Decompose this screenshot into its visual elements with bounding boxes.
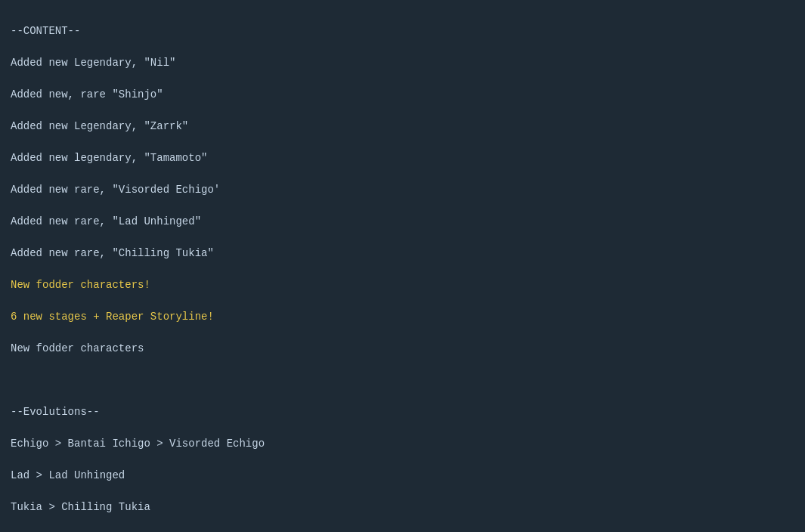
section-evolutions-header: --Evolutions-- (11, 406, 100, 418)
characters-label-2: characters (80, 342, 144, 354)
line-shinjo: Added new, rare "Shinjo" (11, 88, 163, 101)
line-zarrk: Added new Legendary, "Zarrk" (11, 120, 188, 132)
line-echigo-evo: Echigo > Bantai Ichigo > Visorded Echigo (11, 438, 265, 450)
line-nil: Added new Legendary, "Nil" (11, 57, 175, 69)
section-content-header: --CONTENT-- (11, 25, 80, 37)
line-new-fodder-1: New fodder characters! (11, 279, 150, 291)
line-stages: 6 new stages + Reaper Storyline! (11, 311, 214, 323)
changelog-content: --CONTENT-- Added new Legendary, "Nil" A… (11, 8, 794, 532)
line-tamamoto: Added new legendary, "Tamamoto" (11, 152, 207, 164)
lad-unhinged-label: Lad Unhinged (48, 469, 125, 481)
line-new-fodder-2: New fodder characters (11, 342, 144, 354)
characters-label: characters (80, 279, 144, 291)
line-chilling-tukia: Added new rare, "Chilling Tukia" (11, 247, 214, 259)
line-lad-unhinged: Added new rare, "Lad Unhinged" (11, 215, 201, 227)
line-visorded: Added new rare, "Visorded Echigo' (11, 184, 220, 196)
line-tukia-evo: Tukia > Chilling Tukia (11, 501, 150, 513)
line-lad-evo: Lad > Lad Unhinged (11, 469, 125, 481)
